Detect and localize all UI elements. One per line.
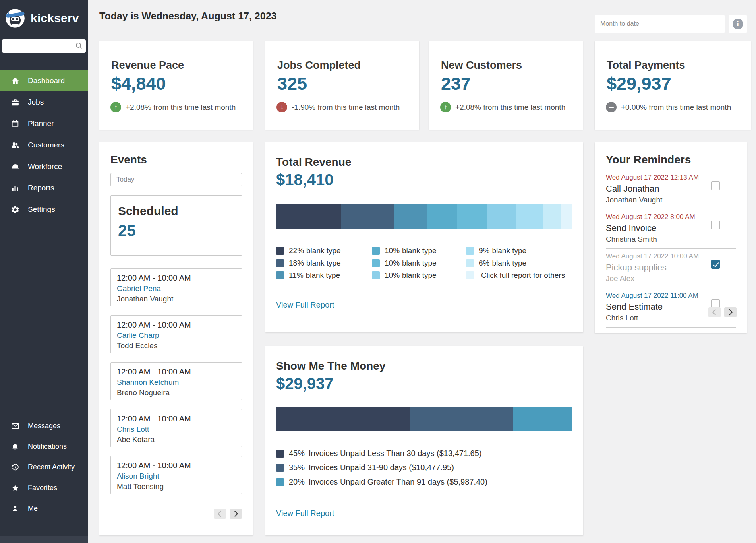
legend-item: 10% blank type bbox=[372, 246, 466, 255]
events-pagination bbox=[214, 509, 242, 519]
legend-item: 10% blank type bbox=[372, 259, 466, 268]
sidebar-item-recent-activity[interactable]: Recent Activity bbox=[0, 457, 88, 477]
view-full-report-link[interactable]: View Full Report bbox=[276, 301, 334, 310]
kpi-value: $29,937 bbox=[607, 74, 751, 94]
event-assignee: Abe Kotara bbox=[117, 435, 236, 444]
event-assignee: Breno Nogueira bbox=[117, 388, 236, 397]
kpi-value: 237 bbox=[441, 74, 583, 94]
event-time: 12:00 AM - 10:00 AM bbox=[117, 320, 236, 330]
bar-segment[interactable] bbox=[276, 204, 341, 229]
scheduled-count: 25 bbox=[118, 222, 234, 240]
sidebar-item-customers[interactable]: Customers bbox=[0, 134, 88, 156]
legend-label: blank type bbox=[306, 271, 340, 280]
total-revenue-legend: 22% blank type 18% blank type 11% blank … bbox=[276, 244, 572, 281]
info-button[interactable]: i bbox=[729, 15, 747, 33]
kpi-title: Jobs Completed bbox=[277, 59, 419, 72]
scheduled-summary: Scheduled 25 bbox=[110, 195, 242, 256]
sidebar-item-me[interactable]: Me bbox=[0, 498, 88, 519]
legend-label: Invoices Unpaid 31-90 days ($10,477.95) bbox=[309, 463, 454, 472]
bar-segment[interactable] bbox=[561, 204, 572, 229]
bar-segment[interactable] bbox=[341, 204, 394, 229]
bar-segment[interactable] bbox=[394, 204, 427, 229]
legend-percent: 11% bbox=[289, 271, 304, 280]
event-customer-link[interactable]: Shannon Ketchum bbox=[117, 378, 236, 387]
legend-item: 11% blank type bbox=[276, 271, 372, 280]
sidebar-item-planner[interactable]: Planner bbox=[0, 113, 88, 134]
reminder-contact: Joe Alex bbox=[606, 274, 736, 283]
bar-segment[interactable] bbox=[516, 204, 543, 229]
chevron-left-icon bbox=[218, 511, 224, 517]
bar-segment[interactable] bbox=[513, 407, 572, 431]
bar-segment[interactable] bbox=[457, 204, 487, 229]
legend-swatch bbox=[276, 478, 284, 486]
sidebar-item-workforce[interactable]: Workforce bbox=[0, 156, 88, 177]
sidebar-search bbox=[2, 39, 86, 53]
bar-segment[interactable] bbox=[410, 407, 513, 431]
bell-icon bbox=[10, 442, 20, 451]
reminder-item-send-invoice: Wed August 17 2022 8:00 AM Send Invoice … bbox=[606, 209, 736, 249]
total-revenue-bar[interactable] bbox=[276, 204, 572, 229]
sidebar-item-jobs[interactable]: Jobs bbox=[0, 91, 88, 113]
brand[interactable]: kickserv bbox=[0, 0, 88, 29]
calendar-icon bbox=[10, 119, 20, 128]
event-item-alison-bright[interactable]: 12:00 AM - 10:00 AM Alison Bright Matt T… bbox=[110, 456, 242, 494]
legend-swatch bbox=[276, 464, 284, 472]
show-me-the-money-panel: Show Me The Money $29,937 45% Invoices U… bbox=[265, 346, 583, 535]
legend-label: Click full report for others bbox=[481, 271, 565, 280]
reminders-next-page-button[interactable] bbox=[724, 307, 737, 317]
kpi-delta-text: -1.90% from this time last month bbox=[292, 103, 400, 112]
kpi-delta: -1.90% from this time last month bbox=[276, 102, 419, 112]
event-time: 12:00 AM - 10:00 AM bbox=[117, 273, 236, 283]
event-item-chris-lott[interactable]: 12:00 AM - 10:00 AM Chris Lott Abe Kotar… bbox=[110, 409, 242, 447]
reminder-checkbox[interactable] bbox=[711, 221, 720, 229]
legend-percent: 45% bbox=[289, 449, 308, 458]
events-next-page-button[interactable] bbox=[230, 509, 242, 519]
sidebar-item-favorites[interactable]: Favorites bbox=[0, 477, 88, 498]
event-item-carlie-charp[interactable]: 12:00 AM - 10:00 AM Carlie Charp Todd Ec… bbox=[110, 315, 242, 353]
unpaid-invoices-bar[interactable] bbox=[276, 407, 572, 431]
envelope-icon bbox=[10, 421, 20, 431]
kpi-delta: +0.00% from this time last month bbox=[606, 102, 751, 112]
kpi-row: Revenue Pace $4,840 +2.08% from this tim… bbox=[99, 41, 751, 130]
sidebar-item-dashboard[interactable]: Dashboard bbox=[0, 70, 88, 91]
kpi-title: New Customers bbox=[441, 59, 583, 72]
bar-segment[interactable] bbox=[487, 204, 516, 229]
sidebar-item-reports[interactable]: Reports bbox=[0, 177, 88, 199]
date-range-input[interactable] bbox=[595, 15, 725, 33]
event-customer-link[interactable]: Alison Bright bbox=[117, 472, 236, 481]
events-date-filter-input[interactable] bbox=[110, 173, 242, 186]
reminders-prev-page-button[interactable] bbox=[708, 307, 721, 317]
view-full-report-link[interactable]: View Full Report bbox=[276, 509, 334, 518]
reminder-checkbox[interactable] bbox=[711, 181, 720, 190]
events-prev-page-button[interactable] bbox=[214, 509, 226, 519]
event-customer-link[interactable]: Gabriel Pena bbox=[117, 284, 236, 293]
search-input[interactable] bbox=[2, 39, 86, 53]
bar-segment[interactable] bbox=[543, 204, 561, 229]
reminder-date: Wed August 17 2022 8:00 AM bbox=[606, 213, 736, 221]
legend-swatch bbox=[466, 272, 474, 279]
sidebar-item-messages[interactable]: Messages bbox=[0, 415, 88, 436]
reminder-checkbox[interactable] bbox=[711, 299, 720, 308]
kpi-delta: +2.08% from this time last month bbox=[440, 102, 583, 112]
sidebar-item-settings[interactable]: Settings bbox=[0, 199, 88, 220]
trend-icon bbox=[606, 102, 617, 112]
hardhat-icon bbox=[10, 162, 20, 171]
event-customer-link[interactable]: Chris Lott bbox=[117, 425, 236, 434]
kpi-value: $4,840 bbox=[111, 74, 253, 94]
reminder-list: Wed August 17 2022 12:13 AM Call Jonatha… bbox=[606, 170, 736, 328]
sidebar-item-notifications[interactable]: Notifications bbox=[0, 436, 88, 457]
event-customer-link[interactable]: Carlie Charp bbox=[117, 331, 236, 340]
search-icon bbox=[75, 42, 83, 51]
reminder-date: Wed August 17 2022 12:13 AM bbox=[606, 174, 736, 182]
event-assignee: Todd Eccles bbox=[117, 341, 236, 350]
event-item-gabriel-pena[interactable]: 12:00 AM - 10:00 AM Gabriel Pena Jonatha… bbox=[110, 268, 242, 306]
legend-label: Invoices Unpaid Less Than 30 days ($13,4… bbox=[309, 449, 481, 458]
bar-segment[interactable] bbox=[276, 407, 410, 431]
reminder-checkbox[interactable] bbox=[711, 260, 720, 269]
kpi-card-total-payments: Total Payments $29,937 +0.00% from this … bbox=[595, 41, 751, 130]
event-item-shannon-ketchum[interactable]: 12:00 AM - 10:00 AM Shannon Ketchum Bren… bbox=[110, 362, 242, 400]
kpi-delta-text: +2.08% from this time last month bbox=[126, 103, 236, 112]
bar-segment[interactable] bbox=[427, 204, 457, 229]
legend-percent: 6% bbox=[479, 259, 489, 268]
history-icon bbox=[10, 463, 20, 472]
